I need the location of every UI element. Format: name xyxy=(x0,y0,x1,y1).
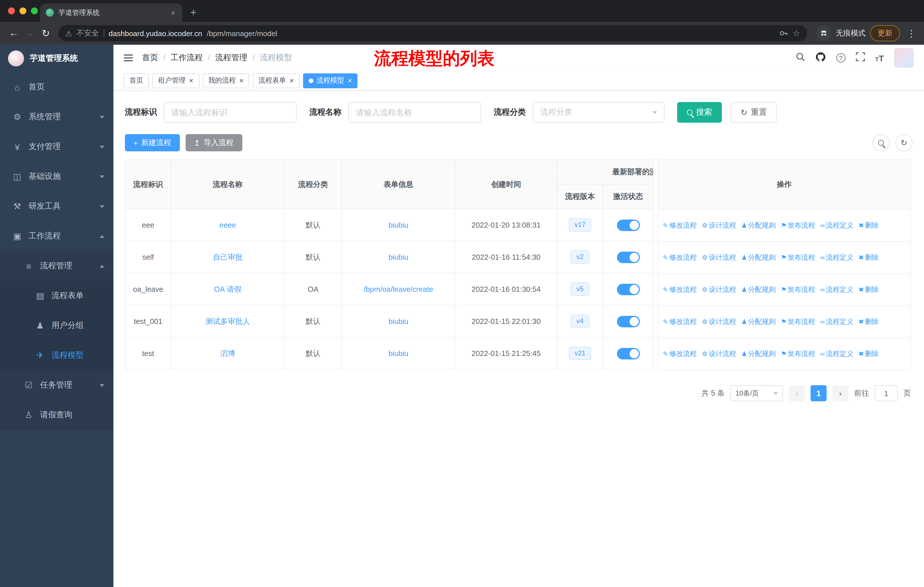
next-page-button[interactable]: › xyxy=(832,385,848,401)
browser-tab[interactable]: 芋道管理系统 × xyxy=(40,3,182,22)
delete-link[interactable]: 删除 xyxy=(858,286,878,293)
table-refresh-button[interactable]: ↻ xyxy=(895,134,912,151)
fullscreen-icon[interactable] xyxy=(856,52,865,64)
design-process-link[interactable]: 设计流程 xyxy=(702,286,736,293)
breadcrumb-item[interactable]: 流程管理 xyxy=(203,53,248,63)
modify-process-link[interactable]: 修改流程 xyxy=(663,286,696,293)
assign-rule-link[interactable]: 分配规则 xyxy=(741,350,776,358)
sidebar-item-payment[interactable]: 支付管理 xyxy=(0,132,114,162)
assign-rule-link[interactable]: 分配规则 xyxy=(741,286,776,293)
maximize-window-button[interactable] xyxy=(31,7,38,14)
assign-rule-link[interactable]: 分配规则 xyxy=(741,317,776,326)
sidebar-item-home[interactable]: 首页 xyxy=(0,72,114,102)
form-link[interactable]: biubiu xyxy=(388,221,408,229)
close-icon[interactable] xyxy=(348,76,352,85)
sidebar-item-leave-query[interactable]: 请假查询 xyxy=(0,400,114,430)
form-link[interactable]: biubiu xyxy=(388,253,408,261)
sidebar-item-process-management[interactable]: 流程管理 xyxy=(0,251,114,281)
process-id-input[interactable] xyxy=(164,102,297,123)
import-process-button[interactable]: ↥ 导入流程 xyxy=(185,134,242,151)
breadcrumb-item[interactable]: 首页 xyxy=(142,53,158,63)
process-definition-link[interactable]: 流程定义 xyxy=(820,221,853,229)
model-name-link[interactable]: 测试多审批人 xyxy=(205,317,250,325)
user-avatar[interactable] xyxy=(894,48,914,68)
reload-button[interactable]: ↻ xyxy=(38,25,54,41)
close-icon[interactable] xyxy=(289,76,294,85)
form-link[interactable]: biubiu xyxy=(388,349,408,358)
close-icon[interactable] xyxy=(189,76,193,85)
create-process-button[interactable]: + 新建流程 xyxy=(125,134,180,151)
close-icon[interactable] xyxy=(239,76,243,85)
publish-process-link[interactable]: 发布流程 xyxy=(781,221,815,229)
assign-rule-link[interactable]: 分配规则 xyxy=(741,253,776,261)
process-definition-link[interactable]: 流程定义 xyxy=(820,350,853,358)
prev-page-button[interactable]: ‹ xyxy=(789,385,805,401)
tag-process-form[interactable]: 流程表单 xyxy=(252,73,299,88)
process-category-select[interactable]: 流程分类 xyxy=(533,102,665,123)
goto-page-input[interactable] xyxy=(875,385,898,401)
table-search-button[interactable] xyxy=(873,134,889,151)
collapse-sidebar-icon[interactable] xyxy=(124,57,133,58)
publish-process-link[interactable]: 发布流程 xyxy=(781,286,815,293)
font-size-icon[interactable]: TT xyxy=(875,53,884,63)
browser-menu-icon[interactable]: ⋮ xyxy=(904,28,918,39)
delete-link[interactable]: 删除 xyxy=(858,221,878,229)
tab-close-icon[interactable]: × xyxy=(170,8,177,17)
close-window-button[interactable] xyxy=(8,7,15,14)
search-icon[interactable] xyxy=(795,52,805,64)
search-button[interactable]: 搜索 xyxy=(677,102,722,123)
status-toggle[interactable] xyxy=(617,316,640,327)
github-icon[interactable] xyxy=(815,51,826,64)
browser-update-button[interactable]: 更新 xyxy=(870,25,900,41)
process-definition-link[interactable]: 流程定义 xyxy=(820,317,853,326)
minimize-window-button[interactable] xyxy=(20,7,26,14)
modify-process-link[interactable]: 修改流程 xyxy=(663,350,696,358)
help-icon[interactable]: ? xyxy=(836,53,845,63)
design-process-link[interactable]: 设计流程 xyxy=(702,350,736,358)
process-definition-link[interactable]: 流程定义 xyxy=(820,286,853,293)
breadcrumb-item[interactable]: 工作流程 xyxy=(158,53,203,63)
tag-process-model[interactable]: 流程模型 xyxy=(303,73,358,88)
tag-home[interactable]: 首页 xyxy=(124,73,149,88)
reset-button[interactable]: ↻ 重置 xyxy=(731,102,777,123)
passkey-icon[interactable] xyxy=(779,29,788,38)
model-name-link[interactable]: eeee xyxy=(219,221,236,229)
form-link[interactable]: /bpm/oa/leave/create xyxy=(364,285,433,293)
publish-process-link[interactable]: 发布流程 xyxy=(781,350,815,358)
status-toggle[interactable] xyxy=(617,251,640,263)
model-name-link[interactable]: 滔博 xyxy=(220,349,235,357)
design-process-link[interactable]: 设计流程 xyxy=(702,221,736,229)
delete-link[interactable]: 删除 xyxy=(858,253,878,261)
sidebar-item-user-group[interactable]: 用户分组 xyxy=(0,311,114,341)
sidebar-item-task-management[interactable]: 任务管理 xyxy=(0,370,114,400)
modify-process-link[interactable]: 修改流程 xyxy=(663,221,696,229)
process-definition-link[interactable]: 流程定义 xyxy=(820,253,853,261)
modify-process-link[interactable]: 修改流程 xyxy=(663,317,696,326)
sidebar-item-system[interactable]: 系统管理 xyxy=(0,102,114,132)
status-toggle[interactable] xyxy=(617,219,640,231)
delete-link[interactable]: 删除 xyxy=(858,350,878,358)
model-name-link[interactable]: OA 请假 xyxy=(214,284,241,293)
design-process-link[interactable]: 设计流程 xyxy=(702,253,736,261)
address-bar[interactable]: ⚠ 不安全 dashboard.yudao.iocoder.cn/bpm/man… xyxy=(58,25,807,41)
page-size-select[interactable]: 10条/页 xyxy=(730,385,783,401)
sidebar-item-infra[interactable]: 基础设施 xyxy=(0,162,114,192)
forward-button[interactable]: → xyxy=(22,25,38,41)
modify-process-link[interactable]: 修改流程 xyxy=(663,253,696,261)
assign-rule-link[interactable]: 分配规则 xyxy=(741,221,776,229)
tag-my-process[interactable]: 我的流程 xyxy=(203,73,249,88)
sidebar-item-process-model[interactable]: 流程模型 xyxy=(0,341,114,370)
process-name-input[interactable] xyxy=(348,102,481,123)
sidebar-item-process-form[interactable]: 流程表单 xyxy=(0,281,114,311)
page-number-button[interactable]: 1 xyxy=(810,385,827,401)
sidebar-item-workflow[interactable]: 工作流程 xyxy=(0,221,114,251)
publish-process-link[interactable]: 发布流程 xyxy=(781,253,815,261)
status-toggle[interactable] xyxy=(617,283,640,295)
tag-tenant[interactable]: 租户管理 xyxy=(152,73,199,88)
model-name-link[interactable]: 自己审批 xyxy=(213,253,243,261)
publish-process-link[interactable]: 发布流程 xyxy=(781,317,815,326)
delete-link[interactable]: 删除 xyxy=(858,317,878,326)
bookmark-star-icon[interactable]: ☆ xyxy=(792,28,800,38)
new-tab-button[interactable]: + xyxy=(190,7,196,18)
back-button[interactable]: ← xyxy=(6,25,22,41)
